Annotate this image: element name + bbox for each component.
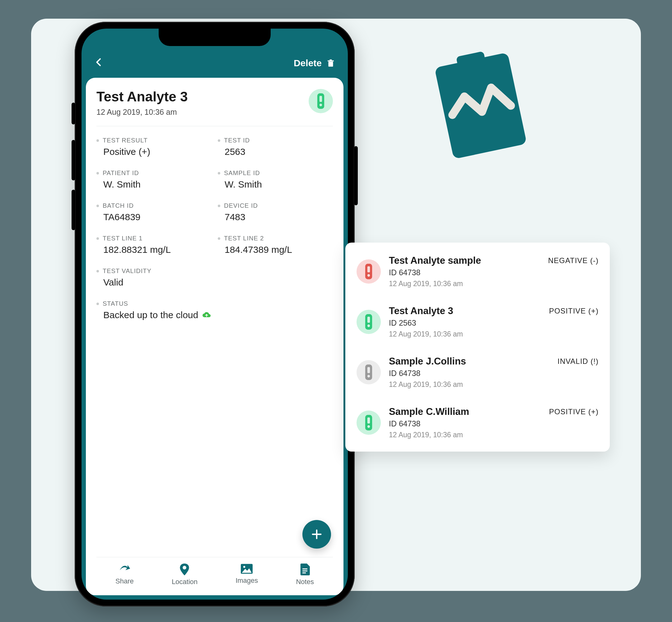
list-item-title: Sample C.William bbox=[389, 406, 541, 417]
list-item[interactable]: Test Analyte sample ID 64738 12 Aug 2019… bbox=[345, 246, 610, 297]
field-label: TEST LINE 2 bbox=[218, 235, 333, 242]
field-value: 182.88321 mg/L bbox=[96, 244, 211, 255]
field-test-line-2: TEST LINE 2 184.47389 mg/L bbox=[218, 235, 333, 255]
svg-rect-18 bbox=[367, 317, 370, 322]
svg-rect-11 bbox=[302, 568, 307, 569]
svg-point-22 bbox=[367, 375, 370, 377]
field-value: 184.47389 mg/L bbox=[218, 244, 333, 255]
field-label: DEVICE ID bbox=[218, 202, 333, 209]
field-label: TEST VALIDITY bbox=[96, 268, 333, 275]
list-item-id: ID 64738 bbox=[389, 268, 540, 277]
location-pin-icon bbox=[180, 563, 189, 575]
svg-rect-6 bbox=[320, 96, 322, 102]
phone-screen: Delete Test Analyte 3 12 Aug 2019, 10:36… bbox=[81, 29, 348, 599]
field-label: STATUS bbox=[96, 300, 333, 307]
list-item-badge bbox=[357, 310, 381, 334]
svg-rect-12 bbox=[302, 571, 307, 571]
field-status: STATUS Backed up to the cloud bbox=[96, 300, 333, 320]
field-value: 7483 bbox=[218, 212, 333, 222]
svg-rect-13 bbox=[302, 573, 306, 574]
cloud-upload-icon bbox=[202, 312, 211, 318]
svg-point-8 bbox=[183, 566, 187, 569]
detail-header: Test Analyte 3 12 Aug 2019, 10:36 am bbox=[96, 89, 333, 126]
field-test-id: TEST ID 2563 bbox=[218, 137, 333, 157]
list-item-badge bbox=[357, 260, 381, 284]
field-label: SAMPLE ID bbox=[218, 170, 333, 177]
list-item-id: ID 2563 bbox=[389, 318, 541, 327]
field-label: TEST ID bbox=[218, 137, 333, 144]
field-value: Positive (+) bbox=[96, 146, 211, 157]
nav-images[interactable]: Images bbox=[236, 563, 258, 586]
list-item-time: 12 Aug 2019, 10:36 am bbox=[389, 280, 540, 288]
plus-icon bbox=[310, 528, 323, 541]
field-value: TA64839 bbox=[96, 212, 211, 222]
svg-point-19 bbox=[367, 324, 370, 327]
bottom-nav: Share Location Images Notes bbox=[96, 557, 333, 586]
vial-icon bbox=[364, 365, 373, 380]
nav-share[interactable]: Share bbox=[115, 563, 134, 586]
clipboard-illustration bbox=[426, 43, 535, 168]
share-icon bbox=[118, 563, 131, 575]
list-item-time: 12 Aug 2019, 10:36 am bbox=[389, 431, 541, 439]
list-item[interactable]: Test Analyte 3 ID 2563 12 Aug 2019, 10:3… bbox=[345, 297, 610, 347]
field-label: PATIENT ID bbox=[96, 170, 211, 177]
add-button[interactable] bbox=[302, 520, 331, 549]
list-item-status: POSITIVE (+) bbox=[549, 407, 599, 416]
nav-label: Location bbox=[172, 578, 198, 586]
field-label: BATCH ID bbox=[96, 202, 211, 209]
list-item[interactable]: Sample J.Collins ID 64738 12 Aug 2019, 1… bbox=[345, 347, 610, 398]
nav-notes[interactable]: Notes bbox=[296, 563, 313, 586]
field-value: 2563 bbox=[218, 146, 333, 157]
trash-icon bbox=[326, 58, 335, 68]
notes-icon bbox=[300, 563, 310, 575]
list-item-status: NEGATIVE (-) bbox=[548, 256, 599, 265]
back-button[interactable] bbox=[94, 56, 104, 68]
list-item-id: ID 64738 bbox=[389, 419, 541, 428]
vial-icon bbox=[364, 264, 373, 279]
field-batch-id: BATCH ID TA64839 bbox=[96, 202, 211, 222]
list-item-status: POSITIVE (+) bbox=[549, 307, 599, 315]
detail-timestamp: 12 Aug 2019, 10:36 am bbox=[96, 108, 188, 116]
list-item-body: Test Analyte 3 ID 2563 12 Aug 2019, 10:3… bbox=[389, 305, 541, 338]
field-label: TEST RESULT bbox=[96, 137, 211, 144]
field-test-result: TEST RESULT Positive (+) bbox=[96, 137, 211, 157]
phone-frame: Delete Test Analyte 3 12 Aug 2019, 10:36… bbox=[75, 22, 355, 607]
svg-point-10 bbox=[243, 566, 245, 568]
detail-card: Test Analyte 3 12 Aug 2019, 10:36 am TES… bbox=[86, 78, 343, 595]
list-item-badge bbox=[357, 360, 381, 384]
list-item[interactable]: Sample C.William ID 64738 12 Aug 2019, 1… bbox=[345, 398, 610, 448]
field-label: TEST LINE 1 bbox=[96, 235, 211, 242]
vial-icon bbox=[364, 415, 373, 430]
field-sample-id: SAMPLE ID W. Smith bbox=[218, 170, 333, 190]
fields-grid: TEST RESULT Positive (+) TEST ID 2563 PA… bbox=[96, 137, 333, 320]
vial-icon bbox=[364, 314, 373, 330]
vial-icon bbox=[316, 93, 326, 109]
svg-point-16 bbox=[367, 274, 370, 276]
list-item-status: INVALID (!) bbox=[558, 357, 599, 366]
svg-point-7 bbox=[320, 104, 322, 106]
list-item-id: ID 64738 bbox=[389, 369, 549, 378]
svg-rect-24 bbox=[367, 417, 370, 423]
delete-button[interactable]: Delete bbox=[294, 58, 335, 68]
nav-location[interactable]: Location bbox=[172, 563, 198, 586]
svg-rect-15 bbox=[367, 266, 370, 272]
list-item-title: Test Analyte sample bbox=[389, 255, 540, 266]
stage-background: Delete Test Analyte 3 12 Aug 2019, 10:36… bbox=[31, 19, 641, 591]
field-test-validity: TEST VALIDITY Valid bbox=[96, 268, 333, 288]
list-item-body: Test Analyte sample ID 64738 12 Aug 2019… bbox=[389, 255, 540, 288]
list-item-badge bbox=[357, 411, 381, 435]
svg-rect-21 bbox=[367, 367, 370, 373]
field-value: W. Smith bbox=[218, 179, 333, 190]
list-item-title: Test Analyte 3 bbox=[389, 305, 541, 317]
nav-label: Notes bbox=[296, 578, 313, 586]
list-item-body: Sample C.William ID 64738 12 Aug 2019, 1… bbox=[389, 406, 541, 439]
phone-notch bbox=[159, 29, 271, 46]
field-value: Backed up to the cloud bbox=[103, 310, 198, 320]
field-test-line-1: TEST LINE 1 182.88321 mg/L bbox=[96, 235, 211, 255]
field-value: W. Smith bbox=[96, 179, 211, 190]
results-list-card: Test Analyte sample ID 64738 12 Aug 2019… bbox=[345, 243, 610, 452]
list-item-time: 12 Aug 2019, 10:36 am bbox=[389, 380, 549, 389]
list-item-title: Sample J.Collins bbox=[389, 356, 549, 367]
field-patient-id: PATIENT ID W. Smith bbox=[96, 170, 211, 190]
detail-title: Test Analyte 3 bbox=[96, 89, 188, 104]
